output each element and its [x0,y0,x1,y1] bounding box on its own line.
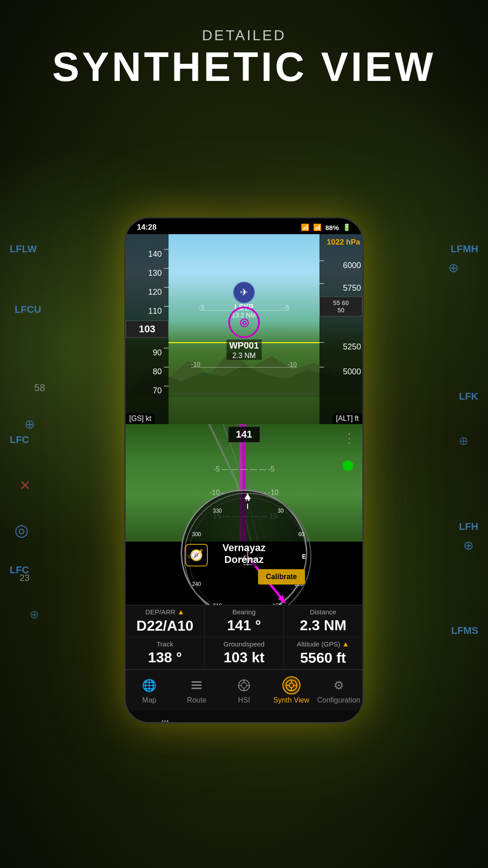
map-label-lfc: LFC [10,434,29,446]
map-number1: 58 [34,382,45,394]
calibrate-button[interactable]: Calibrate [258,569,305,585]
map-number2: 23 [19,573,29,583]
svg-text:330: 330 [213,508,222,514]
cell-groundspeed: Groundspeed 103 kt [205,637,284,669]
nav-map[interactable]: 🌐 Map [126,674,173,707]
phone-frame: 14:28 📶 📶 88% 🔋 140 130 120 110 103 [124,217,364,723]
compass-icon: 🧭 [190,549,203,561]
dep-arr-value: D22/A10 [130,618,200,634]
sys-recents[interactable]: ||| [156,718,174,723]
alt-5750: 5750 [322,283,362,293]
data-row-2: Track 138 ° Groundspeed 103 kt Altitude … [126,637,362,670]
page-subtitle: DETAILED [0,27,488,44]
gs-data-value: 103 kt [209,649,279,666]
map-icon-circle5: ⊕ [459,434,469,448]
data-strip-row1: DEP/ARR ▲ D22/A10 Bearing 141 ° Distance… [126,605,362,670]
heading-value: 141 [236,429,253,440]
home-icon: ○ [240,717,248,724]
lsyp-icon: ✈ [233,282,255,303]
map-icon-circle4: ⊕ [448,260,459,275]
map-icon-circle3: ⊕ [29,608,39,622]
speed-ticks-svg [160,234,169,424]
pitch-num-10l: -10 [191,361,200,368]
route-icon [188,676,206,694]
speed-value: 103 [139,323,155,335]
distance-value: 2.3 NM [288,617,358,634]
alt-data-label: Altitude (GPS) ▲ [288,640,358,648]
menu-dots[interactable]: ⋮ [343,431,356,446]
cell-dep-arr: DEP/ARR ▲ D22/A10 [126,605,205,637]
horizon-overlay: -5 -5 -10 -10 ✈ LSYP 13.2 NM ◎ WP001 2.3… [169,234,319,424]
map-label-lfcu: LFCU [14,304,41,316]
status-bar: 14:28 📶 📶 88% 🔋 [126,218,362,234]
location-line2: Dorénaz [225,554,264,565]
sys-nav: ||| ○ ‹ [126,711,362,723]
nav-config-label: Configuration [317,696,360,704]
synth-icon-svg [285,679,298,692]
dep-arr-label: DEP/ARR ▲ [130,608,200,616]
alt-data-value: 5560 ft [288,650,358,666]
map-icon-circle1: ◎ [14,521,28,540]
alt-label: [ALT] ft [333,413,362,424]
nav-synth-view[interactable]: Synth View [267,674,315,707]
alt-ticks-svg [319,234,326,424]
nav-config[interactable]: ⚙ Configuration [315,674,362,707]
att-line-5: -5 — — — — — -5 [126,465,362,473]
svg-text:30: 30 [277,508,284,514]
wp001-marker: ◎ WP001 2.3 NM [226,307,262,360]
hsi-icon [235,676,253,694]
map-icon-circle6: ⊕ [463,538,474,553]
map-icon-circle2: ⊕ [24,417,35,432]
svg-rect-34 [192,681,202,683]
alt-6000: 6000 [322,261,362,270]
map-icon: 🌐 [140,676,158,694]
pitch-line-10 [191,367,297,368]
hsi-icon-svg [238,679,250,692]
data-row-1: DEP/ARR ▲ D22/A10 Bearing 141 ° Distance… [126,605,362,637]
nav-synth-label: Synth View [273,696,310,704]
alt-label-text: Altitude (GPS) [297,640,340,648]
hsi-compass-container: N 30 60 E 120 150 S [178,481,310,605]
compass-btn[interactable]: 🧭 [185,544,208,566]
wp001-name: WP001 [226,340,262,352]
speed-tape: 140 130 120 110 103 90 80 70 [GS] kt [126,234,169,424]
nav-map-label: Map [142,696,156,704]
wp001-circle: ◎ [228,307,260,338]
map-label-lflw: LFLW [10,243,37,255]
pitch-num-5r: -5 [284,304,289,311]
sys-home[interactable]: ○ [235,717,253,724]
config-icon: ⚙ [330,676,348,694]
sys-back[interactable]: ‹ [314,717,332,723]
map-label-lfmh: LFMH [450,243,478,255]
svg-text:60: 60 [298,531,305,538]
heading-box: 141 [228,426,260,443]
alt-tape: 1022 hPa 6000 5750 55 60 50 5250 5000 [A… [319,234,362,424]
page-title: SYNTHETIC VIEW [0,44,488,90]
location-line1: Vernayaz [222,542,265,553]
map-label-lfms: LFMS [451,625,479,637]
distance-label: Distance [288,608,358,616]
cell-altitude: Altitude (GPS) ▲ 5560 ft [284,637,362,669]
wifi-icon: 📶 [301,223,310,231]
battery-icon: 🔋 [343,223,351,231]
nav-route-label: Route [187,696,206,704]
svg-point-44 [289,683,294,688]
svg-point-38 [241,683,247,688]
svg-text:300: 300 [192,531,201,538]
hpa-label: 1022 hPa [327,238,360,247]
page-title-area: DETAILED SYNTHETIC VIEW [0,27,488,90]
cell-track: Track 138 ° [126,637,205,669]
pitch-num-5l: -5 [199,304,204,311]
time: 14:28 [137,223,156,232]
map-icon-x: ✕ [19,477,31,493]
nav-hsi[interactable]: HSI [221,674,268,707]
svg-text:240: 240 [192,581,201,587]
bottom-nav: 🌐 Map Route [126,670,362,711]
synth-icon [282,676,300,694]
battery-text: 88% [325,224,339,231]
svg-rect-35 [192,684,202,686]
flight-display: 140 130 120 110 103 90 80 70 [GS] kt [126,234,362,605]
nav-route[interactable]: Route [173,674,221,707]
nav-hsi-label: HSI [238,696,250,704]
alt-warn: ▲ [342,640,349,648]
